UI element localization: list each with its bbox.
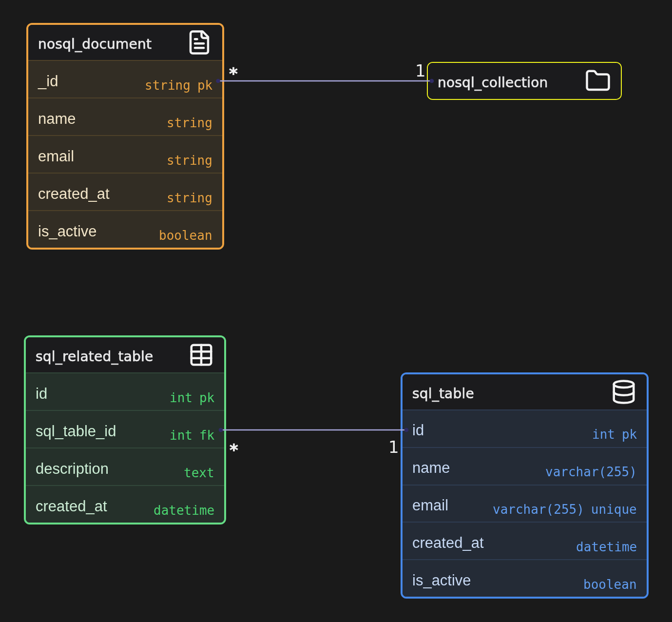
relationship-line-related-table[interactable] xyxy=(219,428,409,432)
database-icon xyxy=(611,379,637,405)
table-title: nosql_collection xyxy=(438,75,548,91)
field-type: string xyxy=(167,153,212,168)
table-card-nosql-document[interactable]: nosql_document _id stringpk name string … xyxy=(26,23,224,250)
field-name: email xyxy=(412,496,448,514)
field-type: intfk xyxy=(170,428,214,443)
table-card-nosql-collection[interactable]: nosql_collection xyxy=(427,62,622,100)
field-row[interactable]: id intpk xyxy=(26,373,224,410)
field-type: varchar(255)unique xyxy=(493,502,637,517)
field-type: string xyxy=(167,191,212,205)
field-constraint: fk xyxy=(199,428,214,443)
relationship-line-document-collection[interactable] xyxy=(216,79,434,83)
field-type: varchar(255) xyxy=(545,465,637,479)
table-title: sql_table xyxy=(412,386,474,402)
field-list: id intpk sql_table_id intfk description … xyxy=(26,373,224,523)
field-type: stringpk xyxy=(145,78,212,93)
field-constraint: pk xyxy=(197,78,212,93)
field-type: datetime xyxy=(154,503,214,518)
field-row[interactable]: is_active boolean xyxy=(403,559,647,597)
field-name: name xyxy=(412,459,450,477)
table-header[interactable]: sql_related_table xyxy=(26,337,224,373)
field-name: description xyxy=(36,460,109,477)
field-constraint: pk xyxy=(199,390,214,405)
field-type: string xyxy=(167,116,212,130)
field-row[interactable]: created_at datetime xyxy=(403,522,647,559)
field-row[interactable]: name varchar(255) xyxy=(403,447,647,485)
field-row[interactable]: is_active boolean xyxy=(28,210,222,248)
table-title: sql_related_table xyxy=(36,349,154,365)
field-list: id intpk name varchar(255) email varchar… xyxy=(403,410,647,597)
table-icon xyxy=(188,342,214,368)
field-type: datetime xyxy=(576,540,637,554)
diagram-canvas[interactable]: nosql_document _id stringpk name string … xyxy=(0,0,672,622)
table-header[interactable]: nosql_collection xyxy=(428,63,621,99)
field-list: _id stringpk name string email string cr… xyxy=(28,61,222,248)
table-card-sql-related-table[interactable]: sql_related_table id intpk sql_table_id … xyxy=(24,335,226,525)
table-header[interactable]: nosql_document xyxy=(28,25,222,61)
field-type: intpk xyxy=(592,427,637,442)
cardinality-label: 1 xyxy=(415,62,426,79)
cardinality-label: 1 xyxy=(388,439,399,455)
field-name: created_at xyxy=(412,534,484,551)
field-name: created_at xyxy=(36,497,107,515)
field-name: _id xyxy=(38,72,58,90)
field-type: text xyxy=(184,466,214,480)
table-title: nosql_document xyxy=(38,36,152,52)
field-row[interactable]: sql_table_id intfk xyxy=(26,410,224,447)
field-constraint: unique xyxy=(591,502,637,517)
file-text-icon xyxy=(186,29,212,56)
field-name: is_active xyxy=(38,222,97,240)
field-name: created_at xyxy=(38,185,110,202)
field-type: intpk xyxy=(170,390,214,405)
field-type: boolean xyxy=(583,577,637,592)
field-row[interactable]: name string xyxy=(28,97,222,135)
field-name: id xyxy=(36,385,47,402)
field-name: id xyxy=(412,422,424,439)
folder-icon xyxy=(585,68,611,94)
cardinality-label: * xyxy=(230,442,238,458)
field-name: sql_table_id xyxy=(36,422,116,440)
field-type: boolean xyxy=(159,228,212,243)
field-row[interactable]: created_at datetime xyxy=(26,485,224,523)
field-row[interactable]: _id stringpk xyxy=(28,61,222,97)
field-row[interactable]: email varchar(255)unique xyxy=(403,485,647,522)
field-name: name xyxy=(38,110,76,127)
table-card-sql-table[interactable]: sql_table id intpk name varchar(255) ema… xyxy=(401,372,649,599)
table-header[interactable]: sql_table xyxy=(403,374,647,410)
cardinality-label: * xyxy=(229,65,238,82)
field-row[interactable]: created_at string xyxy=(28,173,222,210)
field-constraint: pk xyxy=(622,427,637,442)
field-row[interactable]: email string xyxy=(28,135,222,173)
field-row[interactable]: id intpk xyxy=(403,410,647,447)
field-name: email xyxy=(38,147,74,165)
field-row[interactable]: description text xyxy=(26,447,224,485)
field-name: is_active xyxy=(412,571,471,589)
